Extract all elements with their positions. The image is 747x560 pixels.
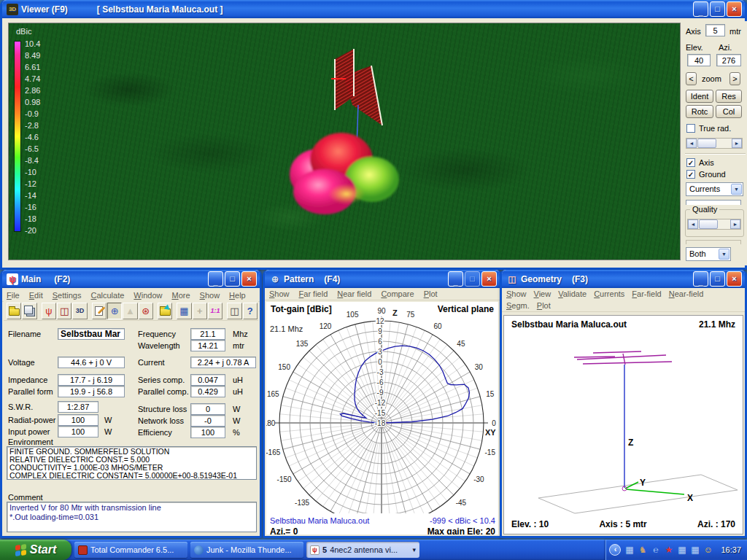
open-file-button[interactable] bbox=[7, 303, 21, 319]
menu-item-window[interactable]: Window bbox=[133, 291, 162, 300]
edit-nec-button[interactable] bbox=[92, 303, 107, 319]
clock[interactable]: 16:37 bbox=[721, 545, 741, 554]
tray-network-a-icon[interactable]: ▦ bbox=[624, 545, 635, 556]
show-axis-checkbox[interactable]: ✓ bbox=[686, 158, 695, 167]
structure-loss-field[interactable]: 0 bbox=[190, 403, 225, 415]
nec-edit-button[interactable]: ψ bbox=[42, 303, 56, 319]
parallel-comp-field[interactable]: 0.429 bbox=[190, 386, 225, 397]
scroll-right-icon[interactable]: ► bbox=[730, 219, 740, 229]
clipped-dropdown[interactable] bbox=[686, 200, 741, 205]
close-button[interactable]: × bbox=[241, 271, 257, 287]
menu-item-settings[interactable]: Settings bbox=[53, 291, 82, 300]
far-field-button[interactable]: ▲ bbox=[123, 303, 137, 319]
radiat-power-field[interactable]: 100 bbox=[58, 414, 98, 426]
start-button[interactable]: Start bbox=[0, 540, 71, 560]
environment-box[interactable]: FINITE GROUND. SOMMERFELD SOLUTIONRELATI… bbox=[7, 446, 257, 480]
task-total-commander[interactable]: Total Commander 6.5... bbox=[74, 542, 187, 558]
series-comp-field[interactable]: 0.047 bbox=[190, 374, 225, 386]
wavelength-field[interactable]: 14.21 bbox=[190, 340, 225, 351]
col-button[interactable]: Col bbox=[716, 105, 742, 118]
calculator-button[interactable]: ▦ bbox=[177, 303, 191, 319]
tray-status-icon[interactable]: ☺ bbox=[703, 545, 713, 556]
efficiency-field[interactable]: 100 bbox=[190, 427, 225, 438]
help-button[interactable]: ? bbox=[243, 303, 258, 319]
tray-network-c-icon[interactable]: ▦ bbox=[689, 545, 700, 556]
tray-browser-icon[interactable]: ℮ bbox=[650, 545, 661, 556]
scroll-thumb[interactable] bbox=[697, 139, 716, 148]
close-button[interactable]: × bbox=[727, 1, 742, 17]
maximize-button[interactable]: □ bbox=[710, 271, 725, 287]
zoom-out-button[interactable]: < bbox=[686, 72, 697, 85]
menu-item-validate[interactable]: Validate bbox=[558, 289, 587, 298]
voltage-field[interactable]: 44.6 + j 0 V bbox=[58, 357, 125, 368]
menu-item-more[interactable]: More bbox=[172, 291, 190, 300]
menu-item-show[interactable]: Show bbox=[269, 289, 290, 298]
pattern-titlebar[interactable]: ⊕ Pattern (F4) _ □ × bbox=[265, 270, 500, 288]
chevron-down-icon[interactable]: ▾ bbox=[412, 546, 416, 553]
impedance-field[interactable]: 17.7 - j 6.19 bbox=[58, 374, 125, 386]
quality-scrollbar[interactable]: ◄ ► bbox=[687, 219, 741, 230]
s-w-r-field[interactable]: 1:2.87 bbox=[58, 401, 98, 413]
main-titlebar[interactable]: ψ Main (F2) _ □ × bbox=[2, 270, 260, 288]
menu-item-show[interactable]: Show bbox=[506, 289, 527, 298]
tray-antivirus-icon[interactable]: ★ bbox=[663, 545, 674, 556]
geometry-titlebar[interactable]: ◫ Geometry (F3) _ □ × bbox=[502, 270, 745, 288]
network-loss-field[interactable]: -0 bbox=[190, 415, 225, 427]
menu-item-show[interactable]: Show bbox=[200, 291, 220, 300]
minimize-button[interactable]: _ bbox=[448, 271, 463, 287]
optimizer-button[interactable]: + bbox=[193, 303, 207, 319]
geometry-canvas[interactable]: Selbstbau Maria Maluca.out 21.1 Mhz Z Y … bbox=[503, 315, 743, 534]
rotc-button[interactable]: Rotc bbox=[686, 105, 713, 118]
filename-field[interactable]: Selbstbau Mar bbox=[58, 328, 125, 340]
save-file-button[interactable] bbox=[22, 303, 36, 319]
elev-input[interactable] bbox=[687, 54, 711, 66]
comment-box[interactable]: Inverted V for 80 Mtr with transmission … bbox=[7, 502, 257, 532]
chevron-down-icon[interactable]: ▼ bbox=[731, 184, 742, 195]
maximize-button[interactable]: □ bbox=[710, 1, 725, 17]
menu-item-segm[interactable]: Segm. bbox=[506, 301, 530, 310]
pattern-window-button[interactable]: ⊕ bbox=[107, 303, 122, 319]
menu-item-calculate[interactable]: Calculate bbox=[90, 291, 124, 300]
scroll-thumb[interactable] bbox=[699, 219, 718, 229]
maximize-button[interactable]: □ bbox=[465, 271, 480, 287]
frequency-field[interactable]: 21.1 bbox=[190, 328, 225, 340]
task-4nec2[interactable]: ψ54nec2 antenna vi...▾ bbox=[306, 542, 419, 558]
axis-size-input[interactable] bbox=[705, 24, 725, 36]
tray-emule-icon[interactable]: ♞ bbox=[637, 545, 648, 556]
tray-chevron-icon[interactable]: ‹ bbox=[609, 544, 621, 556]
minimize-button[interactable]: _ bbox=[693, 271, 708, 287]
input-power-field[interactable]: 100 bbox=[58, 426, 98, 438]
menu-item-help[interactable]: Help bbox=[229, 291, 246, 300]
azi-input[interactable] bbox=[716, 54, 741, 66]
maximize-button[interactable]: □ bbox=[225, 271, 240, 287]
true-rad-checkbox[interactable] bbox=[686, 124, 695, 133]
viewer-3d-canvas[interactable]: dBic 10.48.496.614.742.860.98-0.9-2.8-4.… bbox=[8, 23, 681, 260]
tray-network-b-icon[interactable]: ▦ bbox=[676, 545, 687, 556]
menu-item-view[interactable]: View bbox=[534, 289, 551, 298]
minimize-button[interactable]: _ bbox=[208, 271, 223, 287]
parallel-form-field[interactable]: 19.9 - j 56.8 bbox=[58, 386, 125, 397]
menu-item-file[interactable]: File bbox=[7, 291, 20, 300]
close-button[interactable]: × bbox=[481, 271, 497, 287]
zoom-in-button[interactable]: > bbox=[729, 72, 740, 85]
minimize-button[interactable]: _ bbox=[693, 1, 708, 17]
menu-item-currents[interactable]: Currents bbox=[594, 289, 624, 298]
menu-item-plot[interactable]: Plot bbox=[424, 289, 438, 298]
menu-item-compare[interactable]: Compare bbox=[381, 289, 414, 298]
scroll-left-icon[interactable]: ◄ bbox=[688, 219, 698, 229]
ident-button[interactable]: Ident bbox=[686, 90, 713, 103]
rad-scale-scrollbar[interactable]: ◄ ► bbox=[686, 138, 743, 149]
menu-item-plot[interactable]: Plot bbox=[537, 301, 551, 310]
chevron-down-icon[interactable]: ▼ bbox=[719, 249, 729, 260]
scroll-left-icon[interactable]: ◄ bbox=[686, 139, 697, 148]
menu-item-far-field[interactable]: Far-field bbox=[632, 289, 661, 298]
smith-chart-button[interactable]: ⊛ bbox=[139, 303, 153, 319]
res-button[interactable]: Res bbox=[716, 90, 742, 103]
viewer-3d-button[interactable]: 3D bbox=[72, 303, 87, 319]
current-field[interactable]: 2.24 + j 0.78 A bbox=[190, 357, 256, 368]
menu-item-far-field[interactable]: Far field bbox=[299, 289, 328, 298]
viewer-titlebar[interactable]: 3D Viewer (F9) [ Selbstbau Maria Maluca.… bbox=[2, 0, 745, 18]
menu-item-near-field[interactable]: Near-field bbox=[669, 289, 704, 298]
scroll-right-icon[interactable]: ► bbox=[732, 139, 742, 148]
currents-dropdown[interactable]: Currents ▼ bbox=[686, 182, 743, 196]
